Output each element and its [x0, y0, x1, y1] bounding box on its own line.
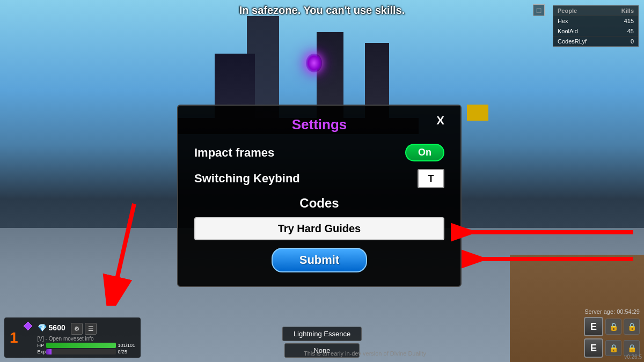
- exp-bar-fill: [46, 349, 52, 354]
- safezone-message: In safezone. You can't use skills.: [239, 4, 405, 17]
- lock-button-1[interactable]: 🔒: [605, 319, 621, 335]
- scoreboard-player-name: Hex: [553, 16, 608, 26]
- version-label: v0.26.5: [624, 354, 642, 360]
- list-hud-icon[interactable]: ☰: [85, 323, 97, 335]
- server-age: Server age: 00:54:29: [584, 308, 640, 315]
- impact-frames-toggle[interactable]: On: [405, 144, 444, 161]
- dev-notice: This is an early in-dev version of Divin…: [304, 350, 426, 357]
- scoreboard-kills-header: Kills: [608, 6, 638, 16]
- player-moveset-hint: [V] - Open moveset info: [38, 336, 136, 342]
- lock-button-2[interactable]: 🔒: [624, 319, 640, 335]
- impact-frames-label: Impact frames: [194, 146, 274, 160]
- key-e-button-1[interactable]: E: [584, 317, 603, 336]
- scoreboard-row: Hex415: [553, 16, 638, 26]
- keybind-label: Switching Keybind: [194, 172, 300, 186]
- exp-bar-background: [46, 349, 116, 354]
- svg-marker-6: [24, 322, 32, 330]
- hud-icons: ⚙ ☰: [71, 323, 97, 335]
- scoreboard: People Kills Hex415KoolAid45CodesRLyf0: [553, 5, 639, 47]
- code-input[interactable]: [194, 217, 444, 240]
- ability-slot-1: Lightning Essence: [282, 327, 362, 341]
- codes-label: Codes: [299, 196, 339, 210]
- arrow-input-indicator: [451, 219, 639, 246]
- keybind-value[interactable]: T: [418, 169, 444, 188]
- player-number: 1: [10, 330, 18, 345]
- hp-bar-fill: [46, 343, 116, 348]
- screen-close-button[interactable]: □: [533, 4, 545, 16]
- scoreboard-player-kills: 415: [608, 16, 638, 26]
- impact-frames-row: Impact frames On: [194, 144, 444, 161]
- portal: [306, 54, 322, 72]
- hp-value: 101/101: [118, 343, 136, 348]
- hp-bar-container: HP 101/101: [38, 343, 136, 348]
- scoreboard-player-name: CodesRLyf: [553, 36, 608, 47]
- settings-title: Settings: [292, 116, 347, 133]
- player-icon: [23, 321, 33, 331]
- arrow-submit-indicator: [462, 246, 639, 272]
- yellow-block: [467, 105, 488, 121]
- lock-button-3[interactable]: 🔒: [605, 340, 621, 356]
- scoreboard-player-name: KoolAid: [553, 26, 608, 36]
- exp-bar-container: Exp 0/25: [38, 349, 136, 354]
- scoreboard-player-kills: 0: [608, 36, 638, 47]
- codes-row: Codes: [194, 196, 444, 211]
- player-currency: 💎 5600 ⚙ ☰: [38, 321, 136, 335]
- gem-icon: 💎: [38, 323, 47, 332]
- scoreboard-row: KoolAid45: [553, 26, 638, 36]
- settings-hud-icon[interactable]: ⚙: [71, 323, 83, 335]
- key-e-button-2[interactable]: E: [584, 338, 603, 358]
- keybind-row: Switching Keybind T: [194, 169, 444, 188]
- settings-modal: Settings X Impact frames On Switching Ke…: [177, 105, 462, 287]
- arrow-down-indicator: [91, 198, 177, 306]
- player-info: 1 💎 5600 ⚙ ☰ [V] - Open moveset info HP …: [4, 317, 141, 358]
- key-row-1: E 🔒 🔒: [584, 317, 640, 336]
- exp-label: Exp: [38, 349, 44, 354]
- settings-header: Settings X: [194, 116, 444, 133]
- scoreboard-player-kills: 45: [608, 26, 638, 36]
- svg-line-1: [113, 204, 134, 298]
- close-button[interactable]: X: [436, 115, 444, 127]
- hp-bar-background: [46, 343, 116, 348]
- exp-value: 0/25: [118, 349, 128, 354]
- bottom-right-hud: Server age: 00:54:29 E 🔒 🔒 E 🔒 🔒: [584, 308, 640, 358]
- scoreboard-people-header: People: [553, 6, 608, 16]
- scoreboard-row: CodesRLyf0: [553, 36, 638, 47]
- hp-label: HP: [38, 343, 44, 348]
- player-stats: 💎 5600 ⚙ ☰ [V] - Open moveset info HP 10…: [38, 321, 136, 354]
- submit-button[interactable]: Submit: [272, 248, 368, 272]
